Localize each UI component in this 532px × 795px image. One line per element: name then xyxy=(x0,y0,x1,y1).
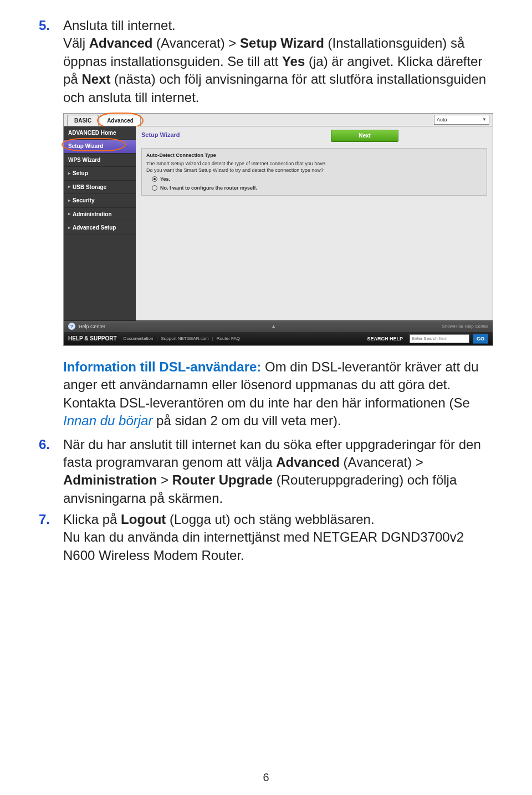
search-help-label: SEARCH HELP xyxy=(367,335,403,342)
triangle-icon: ▸ xyxy=(68,184,70,190)
innan-link[interactable]: Innan du börjar xyxy=(63,413,152,428)
tab-advanced[interactable]: Advanced xyxy=(100,115,141,126)
radio-no-row[interactable]: No. I want to configure the router mysel… xyxy=(152,185,482,191)
go-button[interactable]: GO xyxy=(473,334,488,344)
help-icon: ? xyxy=(68,323,75,330)
help-center-bar[interactable]: ? Help Center ▲ Show/Hide Help Center xyxy=(64,320,493,332)
support-site-link[interactable]: Support NETGEAR.com xyxy=(161,336,209,342)
triangle-icon: ▸ xyxy=(68,171,70,177)
sidebar-item-usb-storage[interactable]: ▸USB Storage xyxy=(64,181,136,195)
panel-line-2: Do you want the Smart Setup Wizard to tr… xyxy=(146,167,482,174)
next-button[interactable]: Next xyxy=(331,130,398,142)
chevron-down-icon: ▼ xyxy=(482,117,487,123)
router-content: Setup Wizard Next Auto-Detect Connection… xyxy=(136,126,493,320)
triangle-icon: ▸ xyxy=(68,198,70,204)
step5-paragraph: Välj Advanced (Avancerat) > Setup Wizard… xyxy=(63,34,493,106)
radio-no[interactable] xyxy=(152,185,157,191)
help-toggle-label[interactable]: Show/Hide Help Center xyxy=(442,324,488,330)
sidebar-item-advanced-setup[interactable]: ▸Advanced Setup xyxy=(64,221,136,235)
sidebar-item-advanced-home[interactable]: ADVANCED Home xyxy=(64,126,136,140)
step5-title: Ansluta till internet. xyxy=(63,17,493,34)
collapse-arrow-icon: ▲ xyxy=(271,323,277,330)
router-tab-strip: BASIC Advanced Auto ▼ xyxy=(64,114,493,126)
router-screenshot: BASIC Advanced Auto ▼ ADVANCED Home Se xyxy=(63,113,493,346)
dsl-note: Information till DSL-användare: Om din D… xyxy=(63,358,493,430)
radio-yes-row[interactable]: Yes. xyxy=(152,176,482,182)
sidebar-item-setup-wizard[interactable]: Setup Wizard xyxy=(64,140,136,154)
triangle-icon: ▸ xyxy=(68,211,70,217)
triangle-icon: ▸ xyxy=(68,225,70,231)
step6-paragraph: När du har anslutit till internet kan du… xyxy=(63,436,493,508)
step-number-7: 7. xyxy=(39,511,63,564)
router-sidebar: ADVANCED Home Setup Wizard WPS Wizard ▸S… xyxy=(64,126,136,320)
step-number-6: 6. xyxy=(39,436,63,508)
content-title: Setup Wizard xyxy=(141,131,487,139)
support-faq-link[interactable]: Router FAQ xyxy=(217,336,240,342)
tab-basic[interactable]: BASIC xyxy=(67,115,99,126)
search-input[interactable]: Enter Search Item xyxy=(410,334,469,343)
sidebar-item-security[interactable]: ▸Security xyxy=(64,194,136,208)
support-label: HELP & SUPPORT xyxy=(68,335,117,343)
sidebar-item-setup[interactable]: ▸Setup xyxy=(64,167,136,181)
sidebar-item-wps-wizard[interactable]: WPS Wizard xyxy=(64,154,136,167)
panel-line-1: The Smart Setup Wizard can detect the ty… xyxy=(146,160,482,167)
language-dropdown[interactable]: Auto ▼ xyxy=(434,115,489,125)
step7-paragraph-2: Nu kan du använda din internettjänst med… xyxy=(63,528,493,564)
radio-yes[interactable] xyxy=(152,176,157,182)
panel-title: Auto-Detect Connection Type xyxy=(146,152,482,159)
step-number-5: 5. xyxy=(39,17,63,430)
auto-detect-panel: Auto-Detect Connection Type The Smart Se… xyxy=(141,148,487,196)
page-number: 6 xyxy=(0,771,532,784)
support-bar: HELP & SUPPORT Documentation | Support N… xyxy=(64,332,493,345)
sidebar-item-administration[interactable]: ▸Administration xyxy=(64,208,136,222)
support-doc-link[interactable]: Documentation xyxy=(124,336,154,342)
step7-paragraph: Klicka på Logout (Logga ut) och stäng we… xyxy=(63,511,493,528)
